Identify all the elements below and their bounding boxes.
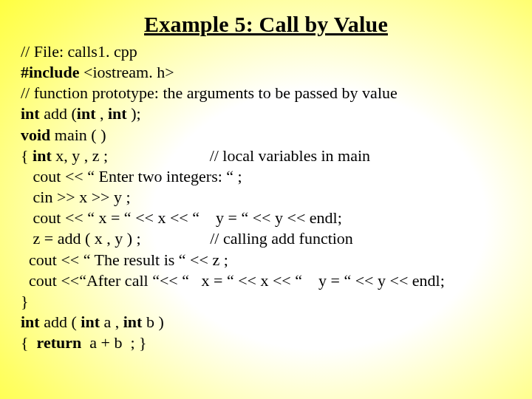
code-line-15c: a + b ; } (81, 333, 146, 352)
code-line-6c: x, y , z ; // local variables in main (52, 146, 370, 165)
kw-int-7: int (123, 313, 143, 331)
code-line-4d: , (95, 104, 108, 123)
code-line-9: cout << “ x = “ << x << “ y = “ << y << … (21, 208, 342, 227)
code-line-12: cout <<“After call “<< “ x = “ << x << “… (21, 271, 445, 290)
kw-int-5: int (21, 313, 40, 331)
slide: Example 5: Call by Value // File: calls1… (0, 0, 532, 399)
kw-int-6: int (81, 313, 100, 331)
code-line-5b: main ( ) (50, 126, 106, 144)
code-line-11: cout << “ The result is “ << z ; (21, 250, 228, 269)
code-line-1: // File: calls1. cpp (21, 42, 137, 61)
code-line-4b: add ( (40, 104, 77, 123)
slide-title: Example 5: Call by Value (21, 12, 511, 37)
code-line-14f: b ) (142, 313, 163, 331)
kw-int-1: int (21, 104, 40, 123)
kw-int-4: int (33, 146, 52, 165)
code-line-7: cout << “ Enter two integers: “ ; (21, 167, 242, 185)
kw-int-2: int (77, 104, 96, 123)
code-line-15a: { (21, 333, 37, 352)
code-line-2b: <iostream. h> (79, 63, 174, 81)
kw-void: void (21, 126, 50, 144)
code-block: // File: calls1. cpp #include <iostream.… (21, 41, 511, 353)
code-line-6a: { (21, 146, 33, 165)
code-line-10: z = add ( x , y ) ; // calling add funct… (21, 229, 353, 248)
code-line-4f: ); (127, 104, 141, 123)
kw-include: #include (21, 63, 79, 81)
kw-return: return (37, 333, 82, 352)
code-line-14b: add ( (40, 313, 81, 331)
code-line-13: } (21, 292, 29, 310)
kw-int-3: int (108, 104, 127, 123)
code-line-14d: a , (100, 313, 123, 331)
code-line-3: // function prototype: the arguments to … (21, 83, 398, 102)
code-line-8: cin >> x >> y ; (21, 188, 131, 206)
